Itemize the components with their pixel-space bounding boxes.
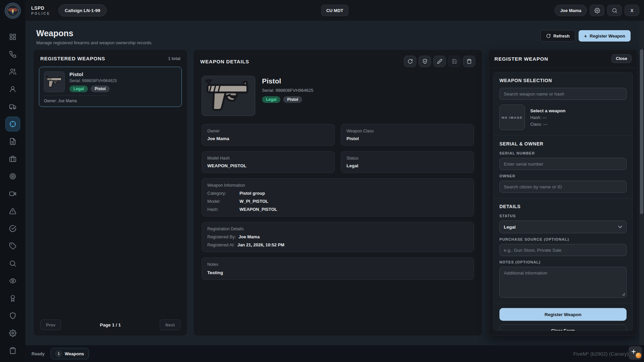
submit-register-button[interactable]: Register Weapon xyxy=(499,308,627,321)
divider xyxy=(44,96,108,96)
sidebar-item-weapons[interactable] xyxy=(5,117,20,131)
check-circle-icon xyxy=(9,225,16,232)
scrollbar-track[interactable] xyxy=(639,21,644,345)
row-label: Registered At: xyxy=(207,242,235,247)
details-toolbar xyxy=(404,56,475,67)
resize-handle-icon[interactable] xyxy=(622,292,625,296)
notes-textarea[interactable] xyxy=(499,267,627,298)
lspd-badge-logo xyxy=(5,3,21,19)
sidebar-item-admin[interactable] xyxy=(5,308,20,323)
registration-details-block: Registration Details Registered By:Joe M… xyxy=(202,222,474,252)
person-icon xyxy=(9,85,16,93)
edit-button[interactable] xyxy=(433,56,446,67)
sidebar-item-tasks[interactable] xyxy=(5,221,20,236)
award-icon xyxy=(9,295,16,302)
row-value: Joe Mama xyxy=(238,234,260,239)
detail-weapon-name: Pistol xyxy=(262,77,313,85)
details-section: DETAILS STATUS Legal PURCHASE SOURCE (OP… xyxy=(493,198,633,303)
clear-form-button[interactable]: Clear Form xyxy=(499,324,627,331)
close-app-button[interactable]: X xyxy=(625,5,639,16)
row-value: Jan 21, 2026, 10:52 PM xyxy=(237,242,284,247)
sidebar-item-settings[interactable] xyxy=(5,326,20,341)
sidebar-item-roster[interactable] xyxy=(5,291,20,306)
sidebar-item-dashboard[interactable] xyxy=(5,29,20,44)
row-value: W_PI_PISTOL xyxy=(239,199,268,204)
sidebar-item-logs[interactable] xyxy=(5,343,20,358)
people-icon xyxy=(9,68,16,75)
mouse-cursor: + xyxy=(629,346,642,360)
detail-weapon-serial: Serial: 998608FVH964625 xyxy=(262,88,313,93)
sidebar-item-charges[interactable] xyxy=(5,239,20,253)
next-page-button[interactable]: Next xyxy=(160,319,180,330)
field-label: Model Hash xyxy=(207,156,329,161)
sidebar xyxy=(0,0,25,362)
section-title: SERIAL & OWNER xyxy=(499,141,627,146)
register-panel-title: REGISTER WEAPON xyxy=(494,56,548,62)
row-label: Model: xyxy=(207,199,239,204)
sidebar-item-records[interactable] xyxy=(5,169,20,184)
callsign-button[interactable]: Callsign LN-1-99 xyxy=(58,4,107,16)
sidebar-item-search[interactable] xyxy=(5,256,20,271)
prev-page-button[interactable]: Prev xyxy=(40,319,61,330)
verify-status-button[interactable] xyxy=(419,56,431,67)
register-form-card: WEAPON SELECTION NO IMAGE Select a weapo… xyxy=(493,72,633,331)
settings-button[interactable] xyxy=(590,5,604,16)
register-panel-header: REGISTER WEAPON Close xyxy=(488,50,638,68)
field-value: Legal xyxy=(346,163,468,168)
total-count: 1 total xyxy=(168,56,180,61)
status-select[interactable]: Legal xyxy=(499,221,627,233)
model-hash-field: Model Hash WEAPON_PISTOL xyxy=(202,151,335,173)
video-camera-icon xyxy=(9,190,16,197)
weapon-details-panel: WEAPON DETAILS xyxy=(193,49,482,336)
chevron-down-icon xyxy=(618,226,622,228)
cursor-orange-dot xyxy=(636,353,641,358)
sidebar-item-warrants[interactable] xyxy=(5,204,20,219)
page-subtitle: Manage registered firearms and weapon ow… xyxy=(36,40,153,45)
field-value: Joe Mama xyxy=(207,136,329,141)
sidebar-item-profile[interactable] xyxy=(5,82,20,97)
register-weapon-button[interactable]: + Register Weapon xyxy=(579,30,631,42)
save-button[interactable] xyxy=(448,56,461,67)
section-title: DETAILS xyxy=(499,204,627,209)
briefcase-icon xyxy=(9,155,16,163)
status-bar: Ready 1 Weapons FiveM* (b2802) (Canary) xyxy=(25,345,644,362)
weapon-search-input[interactable] xyxy=(499,88,627,100)
page-header: Weapons Manage registered firearms and w… xyxy=(36,28,153,45)
no-image-placeholder: NO IMAGE xyxy=(499,105,525,130)
sidebar-item-bodycam[interactable] xyxy=(5,186,20,201)
user-button[interactable]: Joe Mama xyxy=(554,5,587,16)
sidebar-item-bolo[interactable] xyxy=(5,274,20,288)
purchase-source-input[interactable] xyxy=(499,244,627,256)
delete-button[interactable] xyxy=(463,56,475,67)
owner-label: OWNER xyxy=(499,174,627,178)
fivem-watermark: FiveM* (b2802) (Canary) xyxy=(573,351,629,357)
block-title: Notes xyxy=(207,262,468,267)
details-panel-title: WEAPON DETAILS xyxy=(200,59,249,64)
block-title: Weapon Information xyxy=(207,183,468,188)
notes-label: NOTES (OPTIONAL) xyxy=(499,260,627,264)
refresh-icon xyxy=(546,34,551,38)
refresh-button[interactable]: Refresh xyxy=(540,30,575,42)
weapon-list-item[interactable]: Pistol Serial: 998608FVH964625 Legal Pis… xyxy=(39,67,182,107)
close-drawer-button[interactable]: Close xyxy=(611,54,632,63)
row-label: Category: xyxy=(207,191,239,196)
page-actions: Refresh + Register Weapon xyxy=(540,30,631,42)
sidebar-item-citizens[interactable] xyxy=(5,64,20,79)
weapons-count-pill[interactable]: 1 Weapons xyxy=(51,348,89,359)
weapon-owner: Owner: Joe Mama xyxy=(44,99,177,103)
trash-icon xyxy=(467,59,472,64)
scrollbar-thumb[interactable] xyxy=(640,49,643,214)
sidebar-item-vehicles[interactable] xyxy=(5,99,20,114)
list-panel-header: REGISTERED WEAPONS 1 total xyxy=(34,50,187,65)
search-button[interactable] xyxy=(607,5,622,16)
status-badge: Legal xyxy=(69,85,88,92)
block-title: Registration Details xyxy=(207,227,468,231)
sidebar-item-cases[interactable] xyxy=(5,152,20,166)
sidebar-item-calls[interactable] xyxy=(5,47,20,62)
serial-number-input[interactable] xyxy=(499,158,627,170)
shield-icon xyxy=(9,312,16,319)
app-title-badge: CU MDT xyxy=(321,5,348,16)
refresh-detail-button[interactable] xyxy=(404,56,416,67)
owner-search-input[interactable] xyxy=(499,181,627,193)
sidebar-item-reports[interactable] xyxy=(5,134,20,149)
